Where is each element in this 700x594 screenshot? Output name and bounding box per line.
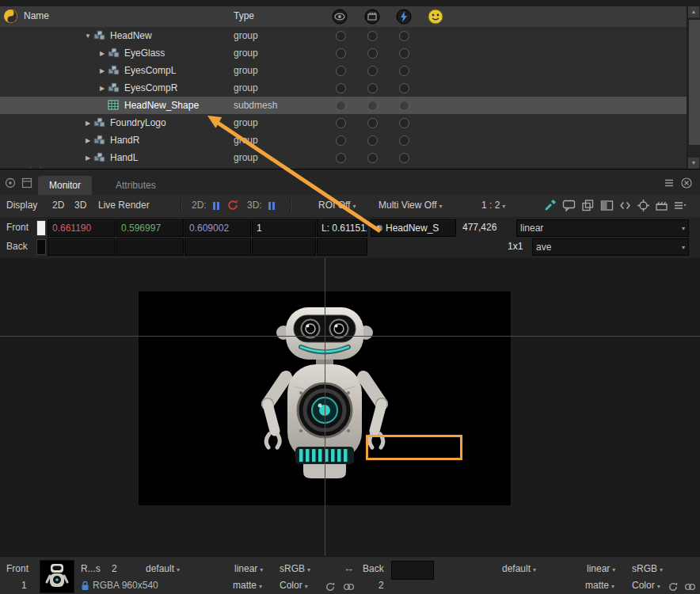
front-preset-dropdown[interactable]: default▾: [146, 563, 180, 574]
table-row-eyeglass[interactable]: ▶ EyeGlass group: [0, 44, 687, 62]
refresh-2d-icon[interactable]: [226, 199, 240, 212]
menu-live-render[interactable]: Live Render: [98, 200, 150, 211]
back-source-input[interactable]: [391, 561, 434, 580]
expand-arrow-icon[interactable]: ▶: [82, 154, 93, 162]
front-colorspace-dropdown[interactable]: linear▾: [234, 563, 263, 574]
lightning-toggle[interactable]: [399, 135, 409, 146]
lightning-toggle[interactable]: [399, 83, 409, 93]
table-row-handr[interactable]: ▶ HandR group: [0, 131, 687, 149]
table-row-headnew[interactable]: ▼ HeadNew group: [0, 27, 687, 44]
swap-icon[interactable]: [618, 199, 632, 212]
duplicate-icon[interactable]: [581, 199, 595, 212]
front-label: Front: [6, 222, 29, 233]
back-channel-dropdown[interactable]: Color▾: [632, 580, 660, 591]
visibility-toggle[interactable]: [336, 118, 346, 128]
probe-object-field[interactable]: HeadNew_S: [371, 219, 456, 237]
comment-icon[interactable]: [562, 199, 576, 212]
render-toggle[interactable]: [367, 101, 378, 111]
target-icon[interactable]: [637, 199, 650, 212]
render-toggle[interactable]: [367, 135, 378, 146]
close-panel-icon[interactable]: [681, 177, 692, 188]
expand-arrow-icon[interactable]: ▶: [97, 50, 108, 57]
render-toggle[interactable]: [367, 83, 378, 93]
back-colorspace-dropdown[interactable]: linear▾: [587, 563, 615, 574]
lightning-toggle[interactable]: [399, 48, 409, 59]
sync-icon[interactable]: [325, 581, 336, 592]
render-toggle[interactable]: [367, 66, 378, 76]
back-preset-dropdown[interactable]: default▾: [502, 563, 536, 574]
visibility-toggle[interactable]: [336, 31, 346, 41]
link-icon[interactable]: [684, 581, 695, 592]
visibility-toggle[interactable]: [336, 135, 346, 146]
panel-menu-icon[interactable]: [664, 177, 675, 188]
lightning-toggle[interactable]: [399, 153, 409, 163]
probe-value-luma: L: 0.611512: [317, 219, 367, 237]
back-matte-dropdown[interactable]: matte▾: [585, 580, 614, 591]
render-toggle[interactable]: [367, 153, 378, 163]
visibility-toggle[interactable]: [336, 153, 346, 163]
lightning-toggle[interactable]: [399, 101, 409, 111]
table-row-handl[interactable]: ▶ HandL group: [0, 149, 687, 166]
expand-arrow-icon[interactable]: ▶: [82, 137, 93, 144]
front-source-name[interactable]: R...s: [81, 563, 101, 574]
front-colorspace-dropdown[interactable]: linear▾: [516, 219, 689, 237]
front-channel-dropdown[interactable]: Color▾: [280, 580, 308, 591]
scrollbar-thumb[interactable]: [688, 19, 700, 146]
column-header-type[interactable]: Type: [234, 10, 254, 21]
front-display-dropdown[interactable]: sRGB▾: [280, 563, 310, 574]
label-2d: 2D:: [192, 200, 207, 211]
multi-view-dropdown[interactable]: Multi View Off▾: [379, 200, 443, 211]
pin-icon[interactable]: [21, 177, 32, 188]
viewer-visibility-icon[interactable]: [428, 9, 443, 25]
scrollbar[interactable]: ▲ ▼: [687, 6, 700, 169]
render-toggle[interactable]: [367, 118, 378, 128]
chevron-down-icon: ▾: [352, 203, 356, 210]
tab-monitor[interactable]: Monitor: [38, 176, 92, 195]
clapper-icon[interactable]: [655, 199, 668, 212]
sync-icon[interactable]: [668, 581, 679, 592]
table-row-eyescompr[interactable]: ▶ EyesCompR group: [0, 79, 687, 97]
expand-arrow-icon[interactable]: ▶: [97, 67, 108, 74]
pause-3d-icon[interactable]: [268, 201, 276, 212]
lightning-toggle[interactable]: [399, 66, 409, 76]
lightning-icon[interactable]: [396, 9, 412, 25]
roi-dropdown[interactable]: ROI Off▾: [318, 200, 356, 211]
table-row-headnew-shape-selected[interactable]: HeadNew_Shape subdmesh: [0, 97, 687, 114]
menu-display[interactable]: Display: [6, 200, 37, 211]
tab-attributes[interactable]: Attributes: [105, 176, 167, 195]
eyedropper-icon[interactable]: [543, 199, 557, 212]
scroll-down-icon[interactable]: ▼: [688, 158, 699, 169]
pause-2d-icon[interactable]: [212, 201, 220, 212]
render-toggle[interactable]: [367, 48, 378, 59]
table-row-eyescompl[interactable]: ▶ EyesCompL group: [0, 62, 687, 79]
collapse-arrow-icon[interactable]: ▼: [82, 32, 93, 40]
front-matte-dropdown[interactable]: matte▾: [233, 580, 262, 591]
row-type: group: [234, 117, 258, 128]
overflow-menu-icon[interactable]: [673, 199, 687, 212]
visibility-toggle[interactable]: [336, 101, 346, 111]
lightning-toggle[interactable]: [399, 31, 409, 41]
render-toggle[interactable]: [367, 31, 378, 41]
front-thumbnail[interactable]: [40, 560, 74, 593]
zoom-ratio-dropdown[interactable]: 1 : 2▾: [481, 200, 505, 211]
expand-arrow-icon[interactable]: ▶: [82, 120, 93, 127]
pane-icon[interactable]: [5, 177, 16, 188]
scroll-up-icon[interactable]: ▲: [688, 6, 699, 17]
render-icon[interactable]: [364, 9, 380, 25]
compare-icon[interactable]: [600, 199, 614, 212]
swap-buffers-icon[interactable]: ↔: [344, 562, 354, 574]
visibility-toggle[interactable]: [336, 66, 346, 76]
expand-arrow-icon[interactable]: ▶: [97, 85, 108, 92]
back-display-dropdown[interactable]: sRGB▾: [632, 563, 663, 574]
menu-2d[interactable]: 2D: [52, 200, 64, 211]
visibility-toggle[interactable]: [336, 83, 346, 93]
menu-3d[interactable]: 3D: [74, 200, 86, 211]
lightning-toggle[interactable]: [399, 118, 409, 128]
sample-mode-dropdown[interactable]: ave▾: [532, 238, 689, 256]
eye-icon[interactable]: [332, 9, 348, 25]
column-header-name[interactable]: Name: [24, 10, 49, 21]
table-row-foundrylogo[interactable]: ▶ FoundryLogo group: [0, 114, 687, 131]
visibility-toggle[interactable]: [336, 48, 346, 59]
link-icon[interactable]: [343, 581, 354, 592]
monitor-viewport[interactable]: [0, 258, 700, 556]
